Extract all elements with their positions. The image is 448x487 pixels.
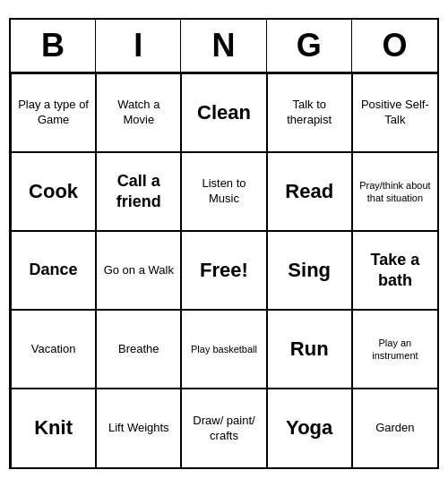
bingo-cell: Pray/think about that situation — [352, 152, 437, 231]
header-letter: G — [267, 20, 352, 72]
bingo-header: BINGO — [11, 20, 437, 73]
bingo-cell: Play basketball — [181, 310, 266, 389]
bingo-cell: Call a friend — [96, 152, 181, 231]
bingo-cell: Vacation — [11, 310, 96, 389]
bingo-card: BINGO Play a type of GameWatch a MovieCl… — [9, 18, 439, 469]
bingo-grid: Play a type of GameWatch a MovieCleanTal… — [11, 73, 437, 467]
bingo-cell: Take a bath — [352, 231, 437, 310]
bingo-cell: Play a type of Game — [11, 73, 96, 152]
bingo-cell: Clean — [181, 73, 266, 152]
header-letter: I — [96, 20, 181, 72]
bingo-cell: Yoga — [267, 389, 352, 467]
bingo-cell: Positive Self-Talk — [352, 73, 437, 152]
bingo-cell: Free! — [181, 231, 266, 310]
bingo-cell: Dance — [11, 231, 96, 310]
bingo-cell: Draw/ paint/ crafts — [181, 389, 266, 467]
bingo-cell: Watch a Movie — [96, 73, 181, 152]
bingo-cell: Run — [267, 310, 352, 389]
bingo-cell: Lift Weights — [96, 389, 181, 467]
bingo-cell: Sing — [267, 231, 352, 310]
bingo-cell: Play an instrument — [352, 310, 437, 389]
bingo-cell: Go on a Walk — [96, 231, 181, 310]
bingo-cell: Breathe — [96, 310, 181, 389]
bingo-cell: Listen to Music — [181, 152, 266, 231]
bingo-cell: Garden — [352, 389, 437, 467]
header-letter: B — [11, 20, 96, 72]
header-letter: O — [352, 20, 437, 72]
bingo-cell: Knit — [11, 389, 96, 467]
header-letter: N — [181, 20, 266, 72]
bingo-cell: Read — [267, 152, 352, 231]
bingo-cell: Talk to therapist — [267, 73, 352, 152]
bingo-cell: Cook — [11, 152, 96, 231]
